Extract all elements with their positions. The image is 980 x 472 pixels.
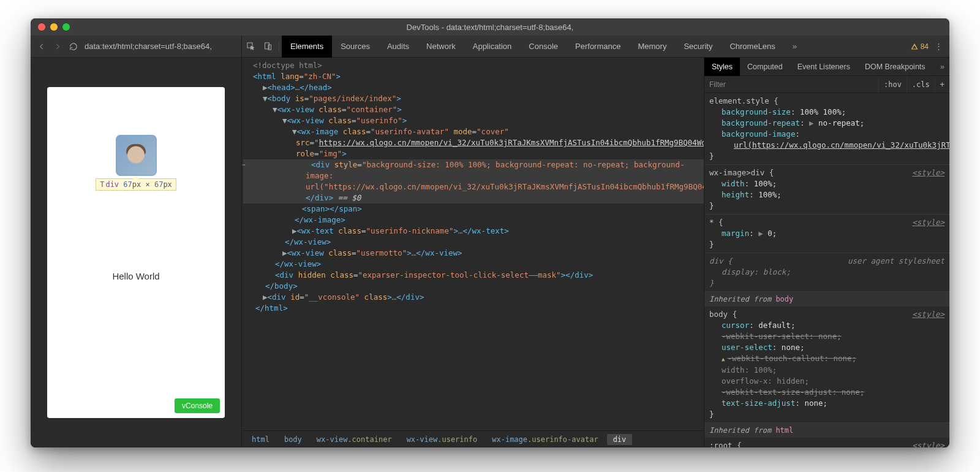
- vconsole-button[interactable]: vConsole: [175, 398, 220, 413]
- devtools-window: DevTools - data:text/html;charset=utf-8;…: [31, 18, 949, 447]
- add-rule-button[interactable]: +: [935, 76, 949, 93]
- rule-wx-image-div[interactable]: wx-image>div {<style> width: 100%; heigh…: [704, 165, 949, 215]
- devtools-panel: Elements Sources Audits Network Applicat…: [242, 36, 949, 447]
- forward-arrow-icon[interactable]: [53, 42, 62, 51]
- rule-universal[interactable]: * {<style> margin: ▶ 0; }: [704, 215, 949, 253]
- tabs-overflow-icon[interactable]: »: [784, 36, 805, 58]
- tab-chromelens[interactable]: ChromeLens: [721, 36, 783, 58]
- rule-body[interactable]: body {<style> cursor: default; -webkit-u…: [704, 306, 949, 423]
- tab-sources[interactable]: Sources: [332, 36, 379, 58]
- tooltip-height: 67: [154, 180, 163, 189]
- address-bar: data:text/html;charset=utf-8;base64,: [31, 36, 241, 58]
- dom-line[interactable]: <!doctype html>: [243, 60, 704, 71]
- tab-network[interactable]: Network: [418, 36, 464, 58]
- toolbar-right: 84 ⋮: [911, 42, 949, 51]
- avatar-image[interactable]: [116, 135, 157, 176]
- crumb-html[interactable]: html: [246, 434, 276, 445]
- styles-tab-listeners[interactable]: Event Listeners: [790, 58, 858, 76]
- rule-root[interactable]: :root {<style> --safe-area-inset-top: en…: [704, 438, 949, 447]
- hello-text: Hello World: [47, 271, 225, 281]
- dom-line[interactable]: ▼<wx-view class="userinfo">: [243, 115, 704, 126]
- tab-security[interactable]: Security: [675, 36, 721, 58]
- toolbar-separator: [279, 41, 279, 52]
- styles-tab-styles[interactable]: Styles: [704, 58, 740, 76]
- dom-line[interactable]: </wx-view>: [243, 259, 704, 270]
- zoom-window-icon[interactable]: [62, 23, 70, 31]
- rule-element-style[interactable]: element.style { background-size: 100% 10…: [704, 93, 949, 165]
- reload-icon[interactable]: [69, 42, 78, 51]
- tab-console[interactable]: Console: [520, 36, 567, 58]
- inherited-from-body: Inherited from body: [704, 292, 949, 306]
- dom-pane: <!doctype html> <html lang="zh-CN"> ▶<he…: [242, 58, 704, 447]
- breadcrumb-bar: html body wx-view.container wx-view.user…: [242, 430, 704, 447]
- styles-tab-computed[interactable]: Computed: [740, 58, 790, 76]
- kebab-menu-icon[interactable]: ⋮: [935, 42, 944, 51]
- tab-application[interactable]: Application: [464, 36, 521, 58]
- hov-toggle[interactable]: :hov: [878, 76, 907, 93]
- dom-line[interactable]: </body>: [243, 281, 704, 292]
- dom-tree[interactable]: <!doctype html> <html lang="zh-CN"> ▶<he…: [242, 58, 704, 430]
- tab-memory[interactable]: Memory: [629, 36, 675, 58]
- inherited-from-html: Inherited from html: [704, 423, 949, 438]
- address-text[interactable]: data:text/html;charset=utf-8;base64,: [85, 42, 235, 51]
- rule-div-ua[interactable]: div {user agent stylesheet display: bloc…: [704, 253, 949, 292]
- styles-filter-input[interactable]: Filter: [704, 80, 878, 89]
- inspect-element-icon[interactable]: [242, 36, 259, 58]
- panel-tabs: Elements Sources Audits Network Applicat…: [282, 36, 805, 58]
- dom-line[interactable]: ▼<wx-image class="userinfo-avatar" mode=…: [243, 126, 704, 159]
- styles-tab-dom-breakpoints[interactable]: DOM Breakpoints: [858, 58, 933, 76]
- tab-elements[interactable]: Elements: [282, 36, 332, 58]
- main-toolbar: Elements Sources Audits Network Applicat…: [242, 36, 949, 58]
- crumb-container[interactable]: wx-view.container: [311, 434, 398, 445]
- minimize-window-icon[interactable]: [50, 23, 58, 31]
- device-panel: data:text/html;charset=utf-8;base64, Tdi…: [31, 36, 242, 447]
- dom-line[interactable]: ▼<wx-view class="container">: [243, 104, 704, 115]
- crumb-body[interactable]: body: [278, 434, 308, 445]
- dom-selected-line[interactable]: ⋯ <div style="background-size: 100% 100%…: [243, 159, 704, 204]
- warning-badge[interactable]: 84: [911, 42, 929, 51]
- tooltip-tag: div: [105, 180, 119, 189]
- close-window-icon[interactable]: [38, 23, 45, 31]
- elements-main-split: <!doctype html> <html lang="zh-CN"> ▶<he…: [242, 58, 949, 447]
- styles-filter-row: Filter :hov .cls +: [704, 76, 949, 93]
- tooltip-width: 67: [123, 180, 132, 189]
- crumb-userinfo[interactable]: wx-view.userinfo: [401, 434, 484, 445]
- device-frame: Tdiv 67px × 67px Hello World vConsole: [47, 87, 225, 418]
- styles-tabs-overflow-icon[interactable]: »: [935, 63, 949, 71]
- cls-toggle[interactable]: .cls: [907, 76, 935, 93]
- styles-tabs: Styles Computed Event Listeners DOM Brea…: [704, 58, 949, 76]
- traffic-lights: [31, 23, 70, 31]
- device-preview-area: Tdiv 67px × 67px Hello World vConsole: [31, 58, 241, 447]
- css-rules-list[interactable]: element.style { background-size: 100% 10…: [704, 93, 949, 447]
- tab-performance[interactable]: Performance: [567, 36, 629, 58]
- dom-line[interactable]: <html lang="zh-CN">: [243, 71, 704, 82]
- dom-line[interactable]: <div hidden class="exparser-inspector-to…: [243, 270, 704, 281]
- device-toolbar-icon[interactable]: [259, 36, 276, 58]
- dom-line[interactable]: ▶<wx-view class="usermotto">…</wx-view>: [243, 248, 704, 259]
- dom-line[interactable]: ▶<div id="__vconsole" class>…</div>: [243, 292, 704, 303]
- styles-pane: Styles Computed Event Listeners DOM Brea…: [704, 58, 949, 447]
- dom-line[interactable]: ▶<wx-text class="userinfo-nickname">…</w…: [243, 226, 704, 237]
- tab-audits[interactable]: Audits: [379, 36, 418, 58]
- dom-line[interactable]: </html>: [243, 303, 704, 314]
- dom-line[interactable]: <span></span>: [243, 204, 704, 215]
- dom-line[interactable]: ▶<head>…</head>: [243, 82, 704, 93]
- window-body: data:text/html;charset=utf-8;base64, Tdi…: [31, 36, 949, 447]
- window-titlebar: DevTools - data:text/html;charset=utf-8;…: [31, 18, 949, 36]
- size-tooltip: Tdiv 67px × 67px: [96, 178, 176, 191]
- back-arrow-icon[interactable]: [37, 42, 47, 51]
- dom-line[interactable]: </wx-image>: [243, 215, 704, 226]
- dom-line[interactable]: </wx-view>: [243, 237, 704, 248]
- crumb-avatar[interactable]: wx-image.userinfo-avatar: [486, 434, 604, 445]
- window-title: DevTools - data:text/html;charset=utf-8;…: [31, 23, 949, 32]
- warning-count: 84: [921, 42, 929, 51]
- dom-line[interactable]: ▼<body is="pages/index/index">: [243, 93, 704, 104]
- tooltip-prefix: T: [100, 180, 104, 189]
- crumb-div[interactable]: div: [607, 434, 633, 445]
